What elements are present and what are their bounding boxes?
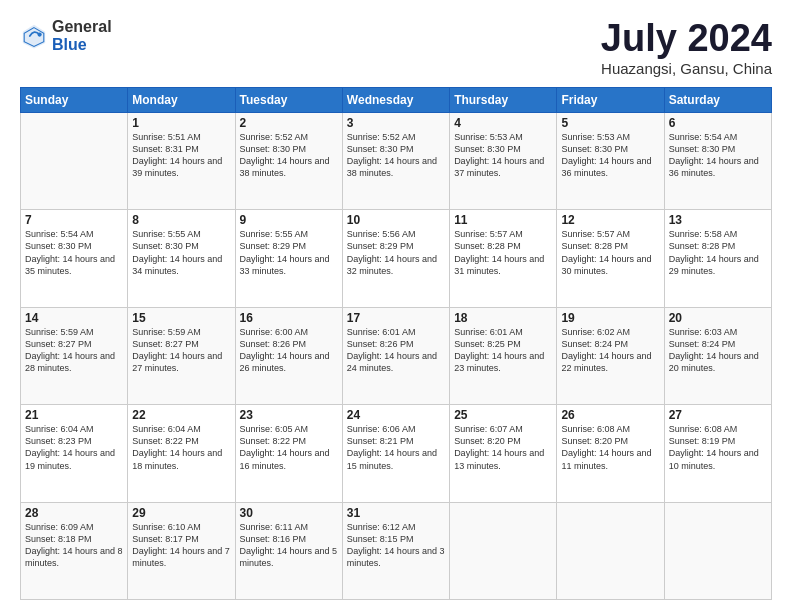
day-info: Sunrise: 5:58 AM Sunset: 8:28 PM Dayligh… [669, 228, 767, 277]
day-number: 20 [669, 311, 767, 325]
calendar-week-row: 7Sunrise: 5:54 AM Sunset: 8:30 PM Daylig… [21, 210, 772, 307]
day-info: Sunrise: 5:56 AM Sunset: 8:29 PM Dayligh… [347, 228, 445, 277]
calendar-cell: 9Sunrise: 5:55 AM Sunset: 8:29 PM Daylig… [235, 210, 342, 307]
calendar-header-tuesday: Tuesday [235, 87, 342, 112]
day-info: Sunrise: 6:08 AM Sunset: 8:19 PM Dayligh… [669, 423, 767, 472]
day-info: Sunrise: 6:09 AM Sunset: 8:18 PM Dayligh… [25, 521, 123, 570]
logo-general-text: General [52, 18, 112, 36]
calendar-cell: 31Sunrise: 6:12 AM Sunset: 8:15 PM Dayli… [342, 502, 449, 599]
calendar-week-row: 1Sunrise: 5:51 AM Sunset: 8:31 PM Daylig… [21, 112, 772, 209]
calendar-cell: 23Sunrise: 6:05 AM Sunset: 8:22 PM Dayli… [235, 405, 342, 502]
calendar-week-row: 21Sunrise: 6:04 AM Sunset: 8:23 PM Dayli… [21, 405, 772, 502]
calendar-cell: 25Sunrise: 6:07 AM Sunset: 8:20 PM Dayli… [450, 405, 557, 502]
calendar-header-sunday: Sunday [21, 87, 128, 112]
title-block: July 2024 Huazangsi, Gansu, China [601, 18, 772, 77]
calendar-cell [450, 502, 557, 599]
day-number: 29 [132, 506, 230, 520]
day-info: Sunrise: 6:01 AM Sunset: 8:25 PM Dayligh… [454, 326, 552, 375]
calendar-cell: 7Sunrise: 5:54 AM Sunset: 8:30 PM Daylig… [21, 210, 128, 307]
day-number: 25 [454, 408, 552, 422]
day-number: 8 [132, 213, 230, 227]
header: General Blue July 2024 Huazangsi, Gansu,… [20, 18, 772, 77]
calendar-cell: 8Sunrise: 5:55 AM Sunset: 8:30 PM Daylig… [128, 210, 235, 307]
day-info: Sunrise: 5:59 AM Sunset: 8:27 PM Dayligh… [25, 326, 123, 375]
calendar-cell: 11Sunrise: 5:57 AM Sunset: 8:28 PM Dayli… [450, 210, 557, 307]
calendar-cell: 27Sunrise: 6:08 AM Sunset: 8:19 PM Dayli… [664, 405, 771, 502]
day-info: Sunrise: 6:02 AM Sunset: 8:24 PM Dayligh… [561, 326, 659, 375]
calendar-header-row: SundayMondayTuesdayWednesdayThursdayFrid… [21, 87, 772, 112]
calendar-cell: 2Sunrise: 5:52 AM Sunset: 8:30 PM Daylig… [235, 112, 342, 209]
day-number: 12 [561, 213, 659, 227]
day-info: Sunrise: 6:12 AM Sunset: 8:15 PM Dayligh… [347, 521, 445, 570]
calendar-cell: 20Sunrise: 6:03 AM Sunset: 8:24 PM Dayli… [664, 307, 771, 404]
logo-text: General Blue [52, 18, 112, 53]
day-number: 9 [240, 213, 338, 227]
day-number: 23 [240, 408, 338, 422]
calendar-cell [21, 112, 128, 209]
day-number: 19 [561, 311, 659, 325]
day-info: Sunrise: 5:55 AM Sunset: 8:30 PM Dayligh… [132, 228, 230, 277]
day-number: 26 [561, 408, 659, 422]
day-number: 10 [347, 213, 445, 227]
calendar-cell: 6Sunrise: 5:54 AM Sunset: 8:30 PM Daylig… [664, 112, 771, 209]
day-info: Sunrise: 5:57 AM Sunset: 8:28 PM Dayligh… [454, 228, 552, 277]
day-info: Sunrise: 5:55 AM Sunset: 8:29 PM Dayligh… [240, 228, 338, 277]
day-number: 2 [240, 116, 338, 130]
day-info: Sunrise: 5:52 AM Sunset: 8:30 PM Dayligh… [347, 131, 445, 180]
day-info: Sunrise: 5:52 AM Sunset: 8:30 PM Dayligh… [240, 131, 338, 180]
subtitle: Huazangsi, Gansu, China [601, 60, 772, 77]
calendar-cell: 16Sunrise: 6:00 AM Sunset: 8:26 PM Dayli… [235, 307, 342, 404]
calendar-cell: 1Sunrise: 5:51 AM Sunset: 8:31 PM Daylig… [128, 112, 235, 209]
logo: General Blue [20, 18, 112, 53]
day-number: 30 [240, 506, 338, 520]
calendar-cell: 24Sunrise: 6:06 AM Sunset: 8:21 PM Dayli… [342, 405, 449, 502]
day-number: 24 [347, 408, 445, 422]
day-info: Sunrise: 6:05 AM Sunset: 8:22 PM Dayligh… [240, 423, 338, 472]
day-number: 17 [347, 311, 445, 325]
day-info: Sunrise: 6:06 AM Sunset: 8:21 PM Dayligh… [347, 423, 445, 472]
day-info: Sunrise: 6:11 AM Sunset: 8:16 PM Dayligh… [240, 521, 338, 570]
calendar-cell: 15Sunrise: 5:59 AM Sunset: 8:27 PM Dayli… [128, 307, 235, 404]
day-info: Sunrise: 5:53 AM Sunset: 8:30 PM Dayligh… [561, 131, 659, 180]
calendar-cell: 17Sunrise: 6:01 AM Sunset: 8:26 PM Dayli… [342, 307, 449, 404]
day-info: Sunrise: 6:03 AM Sunset: 8:24 PM Dayligh… [669, 326, 767, 375]
day-info: Sunrise: 6:00 AM Sunset: 8:26 PM Dayligh… [240, 326, 338, 375]
day-number: 14 [25, 311, 123, 325]
calendar-header-thursday: Thursday [450, 87, 557, 112]
svg-point-2 [38, 32, 42, 36]
day-info: Sunrise: 6:04 AM Sunset: 8:23 PM Dayligh… [25, 423, 123, 472]
day-info: Sunrise: 5:54 AM Sunset: 8:30 PM Dayligh… [25, 228, 123, 277]
day-number: 16 [240, 311, 338, 325]
calendar-cell: 5Sunrise: 5:53 AM Sunset: 8:30 PM Daylig… [557, 112, 664, 209]
day-number: 5 [561, 116, 659, 130]
day-number: 21 [25, 408, 123, 422]
main-title: July 2024 [601, 18, 772, 60]
day-info: Sunrise: 6:10 AM Sunset: 8:17 PM Dayligh… [132, 521, 230, 570]
calendar-cell: 28Sunrise: 6:09 AM Sunset: 8:18 PM Dayli… [21, 502, 128, 599]
calendar-cell: 22Sunrise: 6:04 AM Sunset: 8:22 PM Dayli… [128, 405, 235, 502]
day-info: Sunrise: 5:54 AM Sunset: 8:30 PM Dayligh… [669, 131, 767, 180]
day-number: 6 [669, 116, 767, 130]
calendar-week-row: 28Sunrise: 6:09 AM Sunset: 8:18 PM Dayli… [21, 502, 772, 599]
logo-icon [20, 22, 48, 50]
svg-marker-0 [23, 24, 45, 48]
day-number: 18 [454, 311, 552, 325]
day-info: Sunrise: 6:04 AM Sunset: 8:22 PM Dayligh… [132, 423, 230, 472]
day-number: 11 [454, 213, 552, 227]
calendar-cell: 3Sunrise: 5:52 AM Sunset: 8:30 PM Daylig… [342, 112, 449, 209]
day-number: 28 [25, 506, 123, 520]
calendar-cell: 19Sunrise: 6:02 AM Sunset: 8:24 PM Dayli… [557, 307, 664, 404]
day-number: 15 [132, 311, 230, 325]
day-number: 27 [669, 408, 767, 422]
day-number: 7 [25, 213, 123, 227]
day-number: 31 [347, 506, 445, 520]
calendar-cell: 29Sunrise: 6:10 AM Sunset: 8:17 PM Dayli… [128, 502, 235, 599]
day-number: 4 [454, 116, 552, 130]
day-info: Sunrise: 5:59 AM Sunset: 8:27 PM Dayligh… [132, 326, 230, 375]
day-number: 22 [132, 408, 230, 422]
day-info: Sunrise: 6:07 AM Sunset: 8:20 PM Dayligh… [454, 423, 552, 472]
calendar-cell: 10Sunrise: 5:56 AM Sunset: 8:29 PM Dayli… [342, 210, 449, 307]
day-info: Sunrise: 6:01 AM Sunset: 8:26 PM Dayligh… [347, 326, 445, 375]
calendar-cell: 30Sunrise: 6:11 AM Sunset: 8:16 PM Dayli… [235, 502, 342, 599]
calendar-cell: 14Sunrise: 5:59 AM Sunset: 8:27 PM Dayli… [21, 307, 128, 404]
